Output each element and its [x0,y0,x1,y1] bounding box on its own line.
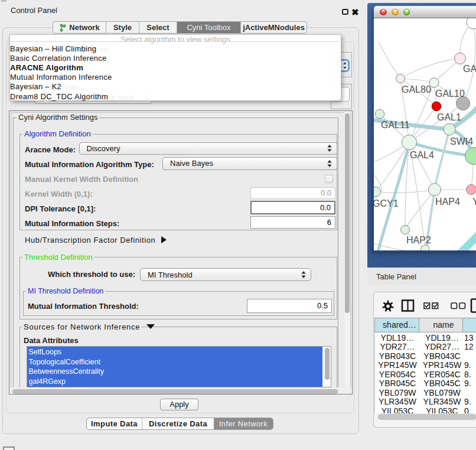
svg-text:SWI4: SWI4 [450,136,473,146]
svg-text:GAL: GAL [463,64,476,74]
svg-text:GCY1: GCY1 [374,198,399,208]
svg-text:Y: Y [472,197,476,207]
svg-text:HAP2: HAP2 [406,235,431,245]
svg-text:GAL4: GAL4 [410,150,434,160]
svg-text:GAL80: GAL80 [402,84,431,94]
svg-text:GAL1: GAL1 [437,112,461,122]
svg-text:HAP4: HAP4 [435,197,460,207]
svg-text:GAL10: GAL10 [435,89,465,99]
svg-text:GAL11: GAL11 [381,120,410,130]
